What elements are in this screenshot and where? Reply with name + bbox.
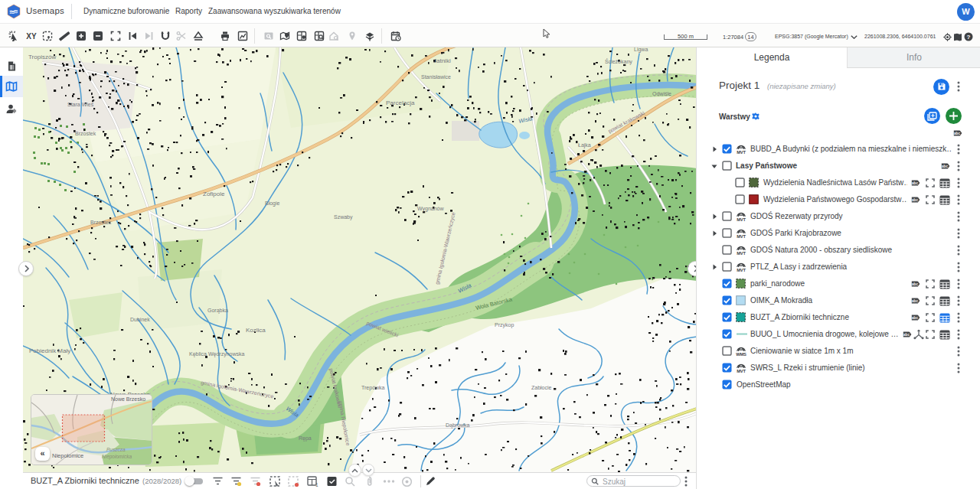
svg-text:Brzostek: Brzostek [75,131,96,136]
svg-text:Błogie: Błogie [265,200,280,207]
svg-text:Zabłocie: Zabłocie [531,385,552,390]
svg-text:Puszcza: Puszcza [106,447,126,452]
svg-text:Rępa: Rępa [299,435,312,442]
svg-text:Tropiszów: Tropiszów [28,54,56,60]
svg-text:Dąbrówka: Dąbrówka [446,422,470,429]
svg-text:abc: abc [912,181,918,185]
svg-text:Nowe Brzesko: Nowe Brzesko [111,396,145,402]
svg-text:Parcelacja: Parcelacja [386,99,415,106]
svg-text:WMS: WMS [736,352,746,357]
svg-text:abc: abc [912,299,918,303]
svg-text:abc: abc [912,282,918,286]
svg-text:?: ? [967,34,971,41]
svg-text:Gorąbka: Gorąbka [207,308,228,314]
svg-text:Dubinek: Dubinek [130,317,150,322]
svg-text:Przykop: Przykop [495,322,514,328]
svg-text:Ścieżokany: Ścieżokany [605,58,632,65]
svg-text:Kęblica Wędrzynowska: Kęblica Wędrzynowska [189,351,244,357]
svg-text:MVT: MVT [737,234,746,239]
svg-text:Brzostek: Brzostek [90,220,112,225]
svg-text:MVT: MVT [737,369,746,373]
svg-text:Zofipole: Zofipole [203,191,225,197]
svg-text:XY: XY [26,32,37,41]
svg-text:Niepołomicka: Niepołomicka [102,454,132,460]
svg-text:MVT: MVT [737,150,746,155]
svg-text:Łajka: Łajka [578,142,591,148]
svg-text:abc: abc [912,198,918,202]
svg-text:Stara Wieś: Stara Wieś [67,102,94,107]
svg-text:Stanisławice: Stanisławice [421,74,451,80]
svg-text:abc: abc [954,132,960,135]
svg-text:MVT: MVT [737,217,746,222]
svg-text:MVT: MVT [737,268,746,272]
svg-text:Ligwa: Ligwa [634,47,648,53]
svg-text:Wygnanów: Wygnanów [417,206,445,212]
svg-text:abc: abc [903,333,910,337]
svg-text:abc: abc [912,316,918,320]
svg-text:abc: abc [942,165,948,168]
svg-text:Niepołomice: Niepołomice [52,452,83,459]
svg-text:Trepówka: Trepówka [361,385,385,391]
svg-text:Szwaby: Szwaby [334,214,353,220]
svg-text:Jatniki: Jatniki [433,57,451,64]
svg-text:Odwiśle: Odwiśle [652,91,671,96]
svg-text:1: 1 [315,482,318,487]
svg-text:MVT: MVT [737,251,746,256]
svg-text:Kozlica: Kozlica [246,327,266,334]
svg-text:Pobiednik Mały: Pobiednik Mały [29,347,70,354]
